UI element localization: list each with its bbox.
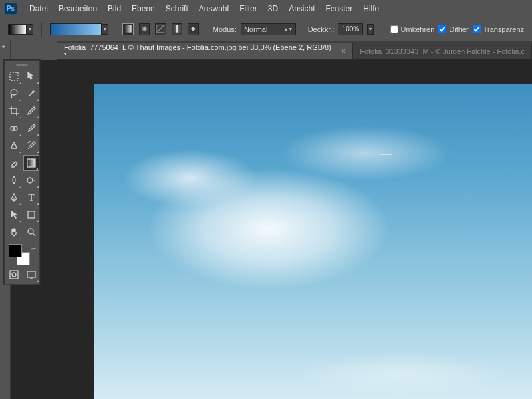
transparency-checkbox[interactable]: Transparenz [473, 25, 524, 33]
foreground-color-swatch[interactable] [9, 244, 22, 257]
menu-datei[interactable]: Datei [24, 2, 53, 15]
blend-mode-select[interactable]: Normal▲▼ [241, 23, 296, 35]
options-bar: ▼ ▼ Modus: Normal▲▼ Deckkr.: ▼ Umkehren … [0, 17, 532, 41]
svg-rect-6 [10, 72, 18, 80]
panel-grip-icon[interactable]: ═══ [6, 62, 38, 68]
document-canvas[interactable] [94, 84, 532, 399]
close-icon[interactable]: × [341, 47, 346, 56]
svg-point-1 [141, 25, 148, 33]
marquee-tool[interactable] [6, 68, 22, 84]
svg-rect-13 [10, 271, 18, 279]
opacity-dropdown[interactable]: ▼ [367, 24, 373, 35]
document-tab-inactive[interactable]: Fotolia_31333343_M - © Jürgen Fälchle - … [353, 43, 532, 59]
quick-mask-tool[interactable] [6, 267, 22, 283]
type-tool[interactable]: T [23, 190, 39, 205]
gradient-tool[interactable] [23, 155, 39, 171]
gradient-radial-button[interactable] [139, 23, 150, 35]
svg-point-14 [12, 273, 16, 277]
dither-checkbox[interactable]: Dither [438, 25, 468, 33]
clone-stamp-tool[interactable] [6, 138, 22, 154]
menu-3d[interactable]: 3D [263, 2, 283, 15]
gradient-linear-button[interactable] [122, 23, 134, 35]
svg-rect-0 [124, 25, 132, 33]
svg-rect-15 [27, 271, 35, 277]
lasso-tool[interactable] [6, 86, 22, 102]
pen-tool[interactable] [6, 190, 22, 205]
color-swatches: ⤺ [6, 243, 38, 265]
document-tab-title: Fotolia_7775064_L © Thaut Images - Fotol… [64, 43, 336, 59]
app-logo: Ps [4, 3, 17, 15]
canvas-area[interactable] [11, 60, 532, 399]
svg-rect-11 [28, 211, 35, 218]
tool-preset-picker[interactable]: ▼ [8, 24, 33, 35]
svg-point-12 [28, 229, 33, 234]
tools-panel: ═══ T ⤺ [4, 60, 40, 285]
move-tool[interactable] [23, 68, 39, 84]
dodge-tool[interactable] [23, 172, 39, 188]
opacity-input[interactable] [338, 23, 363, 35]
menu-auswahl[interactable]: Auswahl [194, 2, 234, 15]
opacity-label: Deckkr.: [308, 25, 334, 33]
crop-tool[interactable] [6, 103, 22, 119]
workspace: ◂◂ Fotolia_7775064_L © Thaut Images - Fo… [0, 41, 532, 399]
mode-label: Modus: [213, 25, 237, 33]
document-tab-bar: Fotolia_7775064_L © Thaut Images - Fotol… [57, 41, 532, 60]
menu-ebene[interactable]: Ebene [126, 2, 160, 15]
magic-wand-tool[interactable] [23, 86, 39, 102]
menu-filter[interactable]: Filter [234, 2, 263, 15]
screen-mode-tool[interactable] [23, 267, 39, 283]
history-brush-tool[interactable] [23, 138, 39, 154]
eyedropper-tool[interactable] [23, 103, 39, 119]
menu-fenster[interactable]: Fenster [321, 2, 358, 15]
brush-tool[interactable] [23, 120, 39, 136]
menu-bild[interactable]: Bild [102, 2, 126, 15]
zoom-tool[interactable] [23, 224, 39, 240]
document-tab-title: Fotolia_31333343_M - © Jürgen Fälchle - … [360, 47, 525, 55]
healing-brush-tool[interactable] [6, 120, 22, 136]
gradient-angle-button[interactable] [155, 23, 166, 35]
menu-bar: Ps Datei Bearbeiten Bild Ebene Schrift A… [0, 0, 532, 17]
shape-tool[interactable] [23, 207, 39, 223]
gradient-diamond-button[interactable] [188, 23, 199, 35]
reverse-checkbox[interactable]: Umkehren [390, 25, 435, 33]
path-selection-tool[interactable] [6, 207, 22, 223]
eraser-tool[interactable] [6, 155, 22, 171]
svg-rect-4 [176, 25, 178, 33]
gradient-picker[interactable]: ▼ [50, 23, 108, 35]
svg-point-10 [27, 178, 33, 183]
gradient-reflected-button[interactable] [172, 23, 183, 35]
menu-ansicht[interactable]: Ansicht [283, 2, 320, 15]
hand-tool[interactable] [6, 224, 22, 240]
menu-hilfe[interactable]: Hilfe [358, 2, 384, 15]
blur-tool[interactable] [6, 172, 22, 188]
document-tab-active[interactable]: Fotolia_7775064_L © Thaut Images - Fotol… [57, 43, 353, 59]
swap-colors-icon[interactable]: ⤺ [31, 245, 37, 252]
menu-bearbeiten[interactable]: Bearbeiten [53, 2, 102, 15]
menu-schrift[interactable]: Schrift [160, 2, 194, 15]
svg-rect-9 [27, 159, 35, 167]
